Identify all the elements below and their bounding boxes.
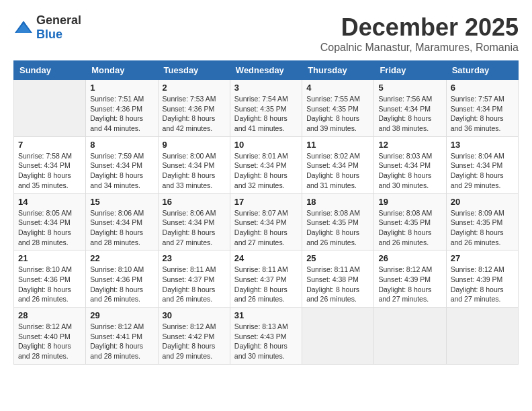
day-number: 26 — [378, 253, 441, 263]
calendar-week-1: 1Sunrise: 7:51 AM Sunset: 4:36 PM Daylig… — [14, 80, 519, 137]
day-info: Sunrise: 7:58 AM Sunset: 4:34 PM Dayligh… — [18, 151, 81, 191]
day-number: 17 — [234, 197, 298, 207]
calendar-cell: 7Sunrise: 7:58 AM Sunset: 4:34 PM Daylig… — [14, 136, 86, 193]
day-info: Sunrise: 8:05 AM Sunset: 4:34 PM Dayligh… — [18, 208, 81, 248]
day-number: 21 — [18, 253, 81, 263]
day-info: Sunrise: 8:12 AM Sunset: 4:39 PM Dayligh… — [451, 265, 514, 304]
calendar-cell: 27Sunrise: 8:12 AM Sunset: 4:39 PM Dayli… — [446, 250, 518, 308]
day-number: 31 — [234, 310, 298, 320]
calendar-cell: 22Sunrise: 8:10 AM Sunset: 4:36 PM Dayli… — [86, 250, 158, 308]
day-number: 6 — [451, 83, 514, 93]
calendar-cell: 18Sunrise: 8:08 AM Sunset: 4:35 PM Dayli… — [302, 193, 374, 250]
day-number: 4 — [306, 83, 369, 93]
logo-icon — [13, 19, 34, 36]
weekday-header-monday: Monday — [86, 61, 158, 80]
day-info: Sunrise: 8:09 AM Sunset: 4:35 PM Dayligh… — [451, 208, 514, 248]
day-info: Sunrise: 8:12 AM Sunset: 4:41 PM Dayligh… — [90, 322, 153, 361]
day-number: 13 — [451, 140, 514, 150]
calendar-cell: 12Sunrise: 8:03 AM Sunset: 4:34 PM Dayli… — [374, 136, 446, 193]
calendar-cell: 19Sunrise: 8:08 AM Sunset: 4:35 PM Dayli… — [374, 193, 446, 250]
weekday-header-tuesday: Tuesday — [158, 61, 230, 80]
calendar-cell: 4Sunrise: 7:55 AM Sunset: 4:35 PM Daylig… — [302, 80, 374, 137]
calendar-week-5: 28Sunrise: 8:12 AM Sunset: 4:40 PM Dayli… — [14, 308, 519, 365]
calendar-cell: 21Sunrise: 8:10 AM Sunset: 4:36 PM Dayli… — [14, 250, 86, 308]
day-info: Sunrise: 8:02 AM Sunset: 4:34 PM Dayligh… — [306, 151, 369, 191]
day-info: Sunrise: 8:08 AM Sunset: 4:35 PM Dayligh… — [306, 208, 369, 248]
calendar-week-2: 7Sunrise: 7:58 AM Sunset: 4:34 PM Daylig… — [14, 136, 519, 193]
calendar-cell: 23Sunrise: 8:11 AM Sunset: 4:37 PM Dayli… — [158, 250, 230, 308]
day-info: Sunrise: 8:03 AM Sunset: 4:34 PM Dayligh… — [378, 151, 441, 191]
calendar-week-3: 14Sunrise: 8:05 AM Sunset: 4:34 PM Dayli… — [14, 193, 519, 250]
calendar-table: SundayMondayTuesdayWednesdayThursdayFrid… — [13, 60, 519, 365]
weekday-header-wednesday: Wednesday — [230, 61, 302, 80]
location-title: Copalnic Manastur, Maramures, Romania — [320, 42, 519, 54]
day-number: 9 — [163, 140, 226, 150]
day-number: 15 — [90, 197, 153, 207]
day-number: 19 — [378, 197, 441, 207]
calendar-cell: 31Sunrise: 8:13 AM Sunset: 4:43 PM Dayli… — [230, 308, 302, 365]
weekday-header-thursday: Thursday — [302, 61, 374, 80]
calendar-cell: 6Sunrise: 7:57 AM Sunset: 4:34 PM Daylig… — [446, 80, 518, 137]
day-number: 29 — [90, 310, 153, 320]
day-info: Sunrise: 8:07 AM Sunset: 4:34 PM Dayligh… — [234, 208, 298, 248]
calendar-cell: 2Sunrise: 7:53 AM Sunset: 4:36 PM Daylig… — [158, 80, 230, 137]
page-header: General Blue December 2025 Copalnic Mana… — [13, 13, 519, 54]
calendar-cell: 30Sunrise: 8:12 AM Sunset: 4:42 PM Dayli… — [158, 308, 230, 365]
title-section: December 2025 Copalnic Manastur, Maramur… — [320, 13, 519, 54]
calendar-cell: 20Sunrise: 8:09 AM Sunset: 4:35 PM Dayli… — [446, 193, 518, 250]
day-info: Sunrise: 8:11 AM Sunset: 4:37 PM Dayligh… — [234, 265, 298, 304]
day-number: 28 — [18, 310, 81, 320]
calendar-cell: 13Sunrise: 8:04 AM Sunset: 4:34 PM Dayli… — [446, 136, 518, 193]
day-info: Sunrise: 8:12 AM Sunset: 4:39 PM Dayligh… — [378, 265, 441, 304]
day-number: 16 — [163, 197, 226, 207]
day-info: Sunrise: 8:11 AM Sunset: 4:37 PM Dayligh… — [163, 265, 226, 304]
month-title: December 2025 — [320, 13, 519, 42]
logo-general-text: General — [36, 13, 81, 27]
day-number: 30 — [163, 310, 226, 320]
day-info: Sunrise: 8:12 AM Sunset: 4:42 PM Dayligh… — [163, 322, 226, 361]
calendar-cell: 11Sunrise: 8:02 AM Sunset: 4:34 PM Dayli… — [302, 136, 374, 193]
calendar-cell: 3Sunrise: 7:54 AM Sunset: 4:35 PM Daylig… — [230, 80, 302, 137]
day-info: Sunrise: 8:06 AM Sunset: 4:34 PM Dayligh… — [163, 208, 226, 248]
day-number: 2 — [163, 83, 226, 93]
calendar-cell — [14, 80, 86, 137]
calendar-cell: 9Sunrise: 8:00 AM Sunset: 4:34 PM Daylig… — [158, 136, 230, 193]
day-info: Sunrise: 8:11 AM Sunset: 4:38 PM Dayligh… — [306, 265, 369, 304]
calendar-cell: 16Sunrise: 8:06 AM Sunset: 4:34 PM Dayli… — [158, 193, 230, 250]
calendar-cell: 28Sunrise: 8:12 AM Sunset: 4:40 PM Dayli… — [14, 308, 86, 365]
day-info: Sunrise: 7:55 AM Sunset: 4:35 PM Dayligh… — [306, 94, 369, 134]
logo: General Blue — [13, 13, 81, 42]
day-number: 14 — [18, 197, 81, 207]
day-number: 18 — [306, 197, 369, 207]
calendar-cell — [302, 308, 374, 365]
day-number: 25 — [306, 253, 369, 263]
calendar-cell: 24Sunrise: 8:11 AM Sunset: 4:37 PM Dayli… — [230, 250, 302, 308]
day-number: 22 — [90, 253, 153, 263]
day-number: 1 — [90, 83, 153, 93]
day-number: 24 — [234, 253, 298, 263]
day-number: 23 — [163, 253, 226, 263]
day-info: Sunrise: 8:00 AM Sunset: 4:34 PM Dayligh… — [163, 151, 226, 191]
day-number: 8 — [90, 140, 153, 150]
calendar-cell: 8Sunrise: 7:59 AM Sunset: 4:34 PM Daylig… — [86, 136, 158, 193]
day-number: 3 — [234, 83, 298, 93]
day-number: 5 — [378, 83, 441, 93]
calendar-week-4: 21Sunrise: 8:10 AM Sunset: 4:36 PM Dayli… — [14, 250, 519, 308]
day-number: 10 — [234, 140, 298, 150]
calendar-cell: 14Sunrise: 8:05 AM Sunset: 4:34 PM Dayli… — [14, 193, 86, 250]
calendar-cell: 1Sunrise: 7:51 AM Sunset: 4:36 PM Daylig… — [86, 80, 158, 137]
calendar-cell: 29Sunrise: 8:12 AM Sunset: 4:41 PM Dayli… — [86, 308, 158, 365]
calendar-cell: 26Sunrise: 8:12 AM Sunset: 4:39 PM Dayli… — [374, 250, 446, 308]
calendar-cell: 10Sunrise: 8:01 AM Sunset: 4:34 PM Dayli… — [230, 136, 302, 193]
day-info: Sunrise: 7:51 AM Sunset: 4:36 PM Dayligh… — [90, 94, 153, 134]
day-number: 7 — [18, 140, 81, 150]
day-info: Sunrise: 8:13 AM Sunset: 4:43 PM Dayligh… — [234, 322, 298, 361]
calendar-body: 1Sunrise: 7:51 AM Sunset: 4:36 PM Daylig… — [14, 80, 519, 365]
calendar-cell — [446, 308, 518, 365]
day-info: Sunrise: 7:57 AM Sunset: 4:34 PM Dayligh… — [451, 94, 514, 134]
calendar-cell: 15Sunrise: 8:06 AM Sunset: 4:34 PM Dayli… — [86, 193, 158, 250]
calendar-header: SundayMondayTuesdayWednesdayThursdayFrid… — [14, 61, 519, 80]
logo-blue-text: Blue — [36, 28, 62, 41]
calendar-cell: 25Sunrise: 8:11 AM Sunset: 4:38 PM Dayli… — [302, 250, 374, 308]
day-number: 20 — [451, 197, 514, 207]
